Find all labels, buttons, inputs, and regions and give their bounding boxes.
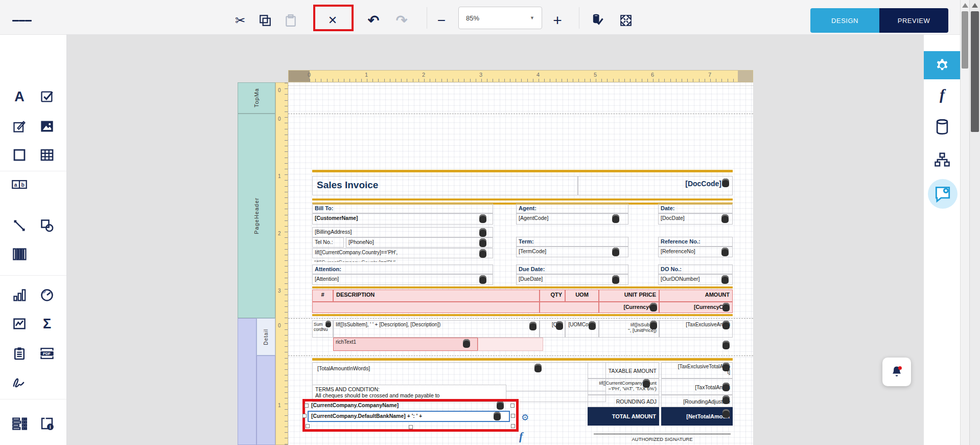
field-expression-fx-icon[interactable]: f [519, 430, 523, 443]
band-tab-topmargin[interactable]: TopMa [238, 82, 275, 114]
picture-icon[interactable] [38, 118, 56, 135]
selection-handle[interactable] [511, 414, 515, 418]
datalist-icon[interactable] [11, 415, 28, 432]
field-currency-amount[interactable]: [CurrencyCod [659, 302, 733, 313]
selection-handle[interactable] [306, 424, 310, 428]
copy-icon[interactable] [255, 11, 275, 30]
field-agent-code[interactable]: [AgentCode] [516, 213, 628, 225]
label-total-amount[interactable]: TOTAL AMOUNT [588, 407, 659, 426]
field-term-code[interactable]: [TermCode] [516, 247, 628, 257]
field-attention[interactable]: [Attention] [312, 274, 493, 285]
database-icon[interactable] [931, 116, 953, 138]
field-total-in-words[interactable]: [TotalAmountInWords] [315, 364, 530, 372]
selection-handle[interactable] [510, 404, 515, 408]
assistant-bubble-icon[interactable] [928, 179, 958, 209]
selection-handle[interactable] [511, 424, 515, 428]
field-phone-no[interactable]: [PhoneNo] [346, 237, 493, 248]
sum-icon[interactable]: Σ [38, 315, 56, 332]
col-header-num[interactable]: # [312, 290, 333, 302]
design-tab[interactable]: DESIGN [810, 8, 879, 33]
field-description[interactable]: Iif([IsSubItem], ' ' + [Description], [D… [333, 320, 540, 338]
field-richtext[interactable]: richText1 [333, 338, 478, 351]
zoom-out-icon[interactable]: − [432, 11, 451, 30]
scroll-up-arrow[interactable] [972, 3, 978, 8]
fx-icon[interactable]: f [931, 83, 953, 106]
gauge-icon[interactable] [38, 286, 56, 304]
cut-icon[interactable]: ✂ [230, 11, 250, 30]
currency-row-cell[interactable] [540, 302, 599, 313]
chart-icon[interactable] [11, 286, 28, 304]
selection-handle[interactable] [302, 414, 307, 418]
scrollbar-thumb[interactable] [971, 11, 979, 132]
field-rounding-value[interactable]: [RoundingAdjustme [661, 395, 733, 407]
table-icon[interactable] [38, 146, 56, 164]
field-tax-total[interactable]: [TaxTotalAmou [661, 379, 733, 395]
label-attention[interactable]: Attention: [312, 264, 493, 274]
field-taxable-value[interactable]: [TaxExclusiveTotalAmo t] [661, 362, 733, 379]
selection-handle[interactable] [409, 425, 413, 429]
undo-icon[interactable]: ↶ [364, 11, 383, 30]
col-header-description[interactable]: DESCRIPTION [333, 290, 540, 302]
scroll-up-arrow[interactable] [962, 3, 968, 8]
richtext-extension[interactable] [478, 338, 543, 351]
field-customer-name[interactable]: [CustomerName] [312, 213, 493, 225]
menu-icon[interactable] [12, 11, 32, 30]
label-icon[interactable]: ab [11, 175, 28, 193]
label-agent[interactable]: Agent: [516, 204, 628, 213]
label-tel-no[interactable]: Tel No.: [312, 237, 344, 248]
field-net-total[interactable]: [NetTotalAmoun [661, 407, 733, 426]
col-header-qty[interactable]: QTY [540, 290, 565, 302]
zoom-in-icon[interactable]: + [548, 11, 567, 30]
selection-handle[interactable] [305, 404, 309, 408]
paste-icon[interactable] [281, 11, 300, 30]
panel-icon[interactable] [11, 146, 28, 164]
window-scrollbar[interactable] [969, 0, 980, 445]
field-country-condition-clipped[interactable]: Iif([CurrentCompany.Country]=='PH', [312, 258, 465, 262]
currency-row-cell[interactable] [312, 302, 540, 313]
col-header-amount[interactable]: AMOUNT [659, 290, 733, 302]
label-due-date[interactable]: Due Date: [516, 264, 628, 274]
hierarchy-icon[interactable] [931, 148, 953, 171]
sparkline-icon[interactable] [11, 315, 28, 332]
pdf-icon[interactable]: PDF [38, 345, 56, 362]
infopanel-icon[interactable]: i [38, 415, 56, 432]
notification-bell-icon[interactable] [882, 358, 911, 386]
label-taxable-amount[interactable]: TAXABLE AMOUNT [588, 362, 659, 379]
subreport-icon[interactable] [11, 345, 28, 362]
canvas-scrollbar[interactable] [960, 0, 969, 445]
signature-label[interactable]: AUTHORIZED SIGNATURE [594, 436, 731, 442]
label-term[interactable]: Term: [516, 237, 628, 247]
label-bill-to[interactable]: Bill To: [312, 204, 493, 213]
checkbox-icon[interactable] [38, 88, 56, 105]
label-date[interactable]: Date: [658, 204, 733, 213]
text-icon[interactable]: A [11, 88, 28, 105]
field-country-condition[interactable]: Iif([CurrentCompany.Country]=='PH', [312, 248, 493, 258]
band-tab-footer[interactable] [256, 355, 275, 445]
band-tab-outer[interactable] [238, 318, 256, 445]
col-header-unit-price[interactable]: UNIT PRICE [599, 290, 659, 302]
gear-icon[interactable] [924, 51, 961, 79]
line-icon[interactable] [11, 217, 28, 234]
band-tab-detail[interactable]: Detail [256, 318, 275, 355]
redo-icon[interactable]: ↷ [392, 11, 411, 30]
gold-rule[interactable] [312, 286, 733, 288]
preview-tab[interactable]: PREVIEW [879, 8, 948, 33]
label-reference-no[interactable]: Reference No.: [658, 237, 733, 247]
invoice-title[interactable]: Sales Invoice [317, 180, 378, 191]
gold-rule[interactable] [312, 170, 733, 172]
zoom-dropdown[interactable]: 85% ▼ [458, 7, 542, 29]
fullscreen-icon[interactable] [616, 11, 636, 30]
gold-rule[interactable] [312, 198, 733, 201]
signature-line[interactable] [594, 434, 731, 434]
barcode-icon[interactable] [11, 246, 28, 263]
col-header-uom[interactable]: UOM [565, 290, 599, 302]
field-settings-gear-icon[interactable]: ⚙ [521, 412, 529, 423]
label-do-no[interactable]: DO No.: [658, 264, 733, 274]
field-billing-address[interactable]: [BillingAddress] [312, 227, 493, 237]
shape-icon[interactable] [38, 217, 56, 234]
field-doccode[interactable]: [DocCode] [628, 180, 721, 188]
validate-data-icon[interactable] [588, 11, 607, 30]
gold-rule[interactable] [312, 358, 733, 361]
band-tab-pageheader[interactable]: PageHeader [238, 114, 275, 318]
richtext-icon[interactable] [11, 118, 28, 135]
